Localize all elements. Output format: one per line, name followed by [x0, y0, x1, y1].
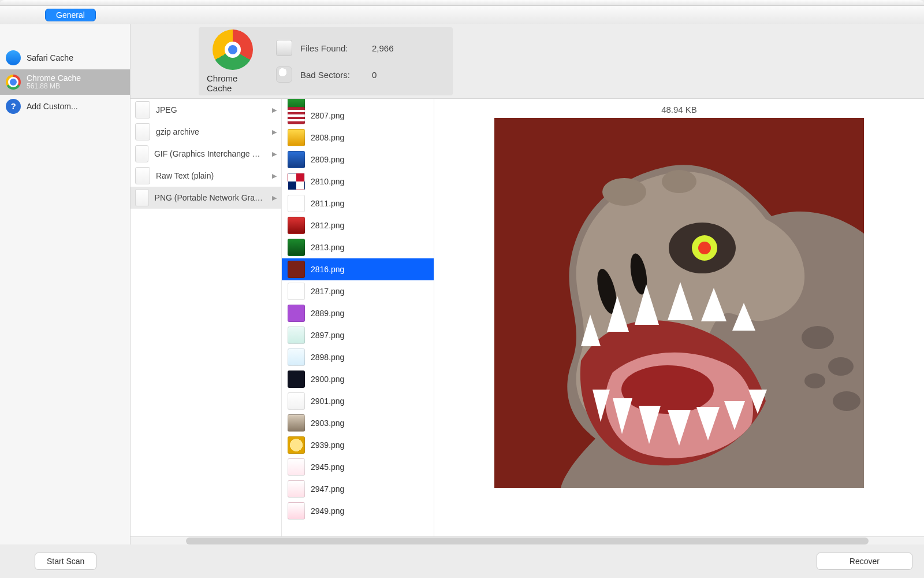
start-scan-button[interactable]: Start Scan [35, 553, 96, 570]
file-label: 2900.png [311, 375, 344, 384]
file-row[interactable]: 2812.png [282, 214, 434, 236]
file-thumb [288, 480, 305, 498]
file-thumb [288, 173, 305, 190]
source-block: Chrome Cache [207, 29, 259, 93]
chevron-right-icon: ▶ [272, 106, 277, 114]
sidebar-item-safari-cache[interactable]: Safari Cache [0, 46, 130, 69]
file-thumb [288, 239, 305, 256]
filetype-icon [135, 189, 149, 206]
filetype-icon [135, 123, 150, 140]
file-row[interactable]: 2810.png [282, 171, 434, 192]
file-thumb [288, 370, 305, 388]
type-label: PNG (Portable Network Graphics) [155, 193, 264, 202]
bad-sectors-value: 0 [372, 70, 377, 80]
browser-columns: JPEG▶gzip archive▶GIF (Graphics Intercha… [131, 98, 924, 536]
file-label: 2903.png [311, 418, 344, 428]
file-row[interactable]: 2949.png [282, 500, 434, 522]
file-row[interactable]: 2945.png [282, 456, 434, 478]
bad-sectors-label: Bad Sectors: [300, 70, 364, 80]
preview-image [494, 118, 864, 488]
file-row[interactable]: 2807.png [282, 105, 434, 127]
type-row[interactable]: Raw Text (plain)▶ [131, 165, 281, 187]
file-row[interactable]: 2903.png [282, 412, 434, 434]
scrollbar-thumb[interactable] [186, 538, 869, 544]
sidebar: Safari Cache Chrome Cache 561.88 MB ? Ad… [0, 24, 131, 544]
safari-icon [6, 50, 21, 65]
file-row[interactable]: 2817.png [282, 280, 434, 302]
file-row[interactable] [282, 99, 434, 105]
preview-size-label: 48.94 KB [661, 99, 697, 118]
file-label: 2810.png [311, 177, 344, 186]
file-thumb [288, 392, 305, 410]
file-row[interactable]: 2816.png [282, 258, 434, 280]
disk-icon [276, 40, 292, 56]
file-row[interactable]: 2900.png [282, 368, 434, 390]
window-titlebar[interactable] [0, 0, 924, 6]
source-label: Chrome Cache [207, 73, 259, 93]
type-row[interactable]: PNG (Portable Network Graphics)▶ [131, 187, 281, 209]
file-thumb [288, 261, 305, 278]
horizontal-scrollbar[interactable] [131, 536, 924, 544]
type-label: Raw Text (plain) [156, 171, 264, 180]
file-row[interactable]: 2813.png [282, 236, 434, 258]
sidebar-item-sublabel: 561.88 MB [27, 83, 81, 91]
file-label: 2811.png [311, 199, 344, 208]
file-label: 2939.png [311, 440, 344, 450]
main-panel: Chrome Cache Files Found: 2,966 Bad Sect… [131, 24, 924, 544]
file-thumb [288, 458, 305, 476]
file-thumb [288, 129, 305, 146]
type-row[interactable]: JPEG▶ [131, 99, 281, 121]
file-thumb [288, 283, 305, 300]
window-toolbar: General [0, 6, 924, 24]
file-row[interactable]: 2939.png [282, 434, 434, 456]
file-thumb [288, 107, 305, 124]
file-label: 2897.png [311, 331, 344, 340]
file-row[interactable]: 2811.png [282, 192, 434, 214]
svg-point-12 [662, 170, 696, 193]
file-row[interactable]: 2808.png [282, 127, 434, 149]
file-column[interactable]: 2807.png2808.png2809.png2810.png2811.png… [282, 99, 434, 536]
file-label: 2809.png [311, 155, 344, 164]
file-row[interactable]: 2889.png [282, 302, 434, 324]
svg-point-7 [802, 326, 834, 349]
sidebar-item-chrome-cache[interactable]: Chrome Cache 561.88 MB [0, 69, 130, 95]
file-thumb [288, 195, 305, 212]
svg-point-8 [828, 357, 854, 376]
file-label: 2813.png [311, 243, 344, 252]
chevron-right-icon: ▶ [272, 194, 277, 202]
chevron-right-icon: ▶ [272, 172, 277, 180]
file-label: 2808.png [311, 133, 344, 142]
file-row[interactable]: 2947.png [282, 478, 434, 500]
file-label: 2889.png [311, 309, 344, 318]
files-found-row: Files Found: 2,966 [276, 40, 394, 56]
file-row[interactable]: 2897.png [282, 324, 434, 346]
filetype-icon [135, 167, 150, 184]
file-label: 2947.png [311, 484, 344, 494]
filetype-icon [135, 101, 150, 118]
summary-stats: Files Found: 2,966 Bad Sectors: 0 [276, 40, 394, 83]
file-label: 2898.png [311, 353, 344, 362]
scan-summary-card: Chrome Cache Files Found: 2,966 Bad Sect… [199, 27, 453, 95]
files-found-value: 2,966 [372, 43, 394, 53]
files-found-label: Files Found: [300, 43, 364, 53]
file-label: 2807.png [311, 111, 344, 120]
type-row[interactable]: GIF (Graphics Interchange Format)▶ [131, 143, 281, 165]
chevron-right-icon: ▶ [272, 150, 277, 158]
file-row[interactable]: 2809.png [282, 149, 434, 171]
file-thumb [288, 151, 305, 168]
svg-point-3 [698, 242, 711, 254]
file-row[interactable]: 2898.png [282, 346, 434, 368]
file-label: 2901.png [311, 397, 344, 406]
recover-button[interactable]: Recover [817, 553, 912, 570]
fragment-icon [276, 66, 292, 83]
sidebar-item-add-custom[interactable]: ? Add Custom... [0, 95, 130, 118]
scan-summary: Chrome Cache Files Found: 2,966 Bad Sect… [131, 24, 924, 98]
toolbar-segment-general[interactable]: General [45, 9, 96, 21]
type-label: JPEG [156, 105, 264, 114]
bad-sectors-row: Bad Sectors: 0 [276, 66, 394, 83]
type-column[interactable]: JPEG▶gzip archive▶GIF (Graphics Intercha… [131, 99, 282, 536]
help-circle-icon: ? [6, 99, 21, 114]
file-thumb [288, 349, 305, 366]
type-row[interactable]: gzip archive▶ [131, 121, 281, 143]
file-row[interactable]: 2901.png [282, 390, 434, 412]
